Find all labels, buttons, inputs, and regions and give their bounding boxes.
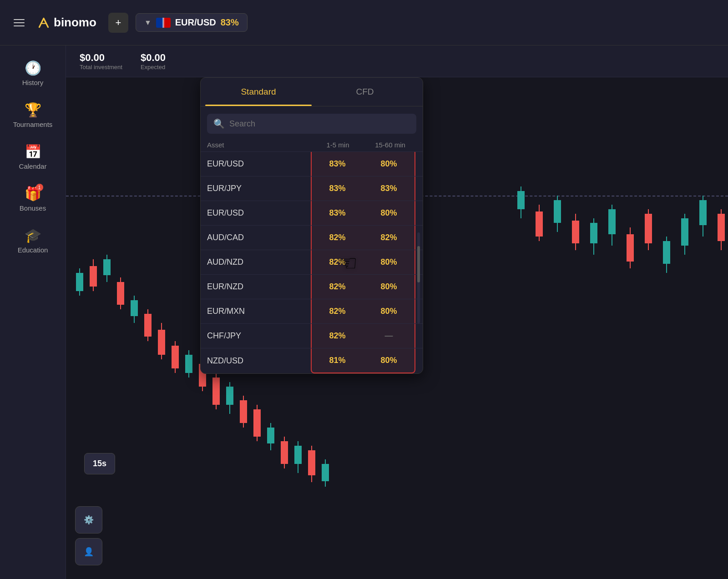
sidebar-item-bonuses-label: Bonuses — [20, 204, 46, 212]
asset-val2: 80% — [363, 159, 415, 169]
expected-stat: $0.00 Expected — [141, 52, 166, 70]
chart-area: 15s ⚙️ 👤 Standard CFD 🔍 Asset 1 — [66, 77, 728, 579]
asset-name: EUR/NZD — [207, 282, 310, 292]
table-row[interactable]: AUD/NZD 82% 80% — [201, 250, 423, 274]
svg-rect-6 — [90, 266, 97, 287]
svg-rect-34 — [281, 441, 288, 464]
table-row[interactable]: EUR/USD 83% 80% — [201, 151, 423, 176]
header-asset: Asset — [207, 141, 312, 149]
svg-rect-1 — [163, 18, 171, 28]
svg-rect-24 — [212, 378, 220, 405]
svg-rect-48 — [572, 221, 579, 243]
add-button[interactable]: + — [108, 13, 128, 33]
sidebar-item-history[interactable]: 🕐 History — [5, 55, 60, 92]
svg-rect-56 — [645, 214, 652, 243]
table-row[interactable]: EUR/JPY 83% 83% — [201, 176, 423, 201]
scrollbar-thumb[interactable] — [417, 246, 420, 282]
svg-rect-64 — [718, 214, 725, 241]
search-input[interactable] — [229, 119, 410, 129]
asset-name: CHF/JPY — [207, 331, 310, 341]
asset-val2: 80% — [363, 282, 415, 292]
stats-bar: $0.00 Total investment $0.00 Expected — [66, 45, 728, 77]
svg-rect-50 — [590, 223, 597, 243]
asset-name: AUD/NZD — [207, 257, 310, 267]
asset-val1: 82% — [312, 257, 363, 267]
top-nav: binomo + ▼ EUR/USD 83% — [0, 0, 728, 45]
asset-val2: 80% — [363, 208, 415, 218]
svg-rect-28 — [240, 400, 247, 423]
sidebar-item-education[interactable]: 🎓 Education — [5, 222, 60, 259]
sidebar-item-tournaments-label: Tournaments — [13, 121, 53, 128]
asset-val1: 81% — [312, 356, 363, 365]
graduation-icon: 🎓 — [25, 227, 41, 243]
adjust-button[interactable]: ⚙️ — [75, 506, 102, 534]
asset-name: NZD/USD — [207, 356, 310, 366]
asset-table-header: Asset 1-5 min 15-60 min — [201, 138, 423, 151]
svg-rect-26 — [226, 387, 233, 405]
svg-rect-30 — [253, 409, 261, 437]
trophy-icon: 🏆 — [25, 102, 41, 118]
asset-val1: 82% — [312, 331, 363, 341]
history-icon: 🕐 — [25, 60, 41, 76]
svg-rect-58 — [663, 241, 670, 264]
svg-rect-12 — [131, 300, 138, 316]
svg-rect-2 — [162, 18, 164, 28]
svg-rect-4 — [76, 273, 83, 291]
bottom-controls: 15s ⚙️ 👤 — [75, 506, 102, 565]
sidebar-item-calendar[interactable]: 📅 Calendar — [5, 138, 60, 176]
table-row[interactable]: AUD/CAD 82% 82% — [201, 225, 423, 250]
total-investment-label: Total investment — [80, 64, 122, 70]
person-button[interactable]: 👤 — [75, 538, 102, 565]
sidebar-item-calendar-label: Calendar — [19, 162, 47, 170]
time-control[interactable]: 15s — [84, 453, 115, 474]
sidebar-item-tournaments[interactable]: 🏆 Tournaments — [5, 96, 60, 134]
calendar-icon: 📅 — [25, 144, 41, 160]
asset-val1: 82% — [312, 282, 363, 292]
hamburger-button[interactable] — [9, 13, 29, 33]
header-1-5: 1-5 min — [312, 141, 364, 149]
svg-rect-40 — [322, 464, 329, 481]
svg-rect-36 — [294, 446, 302, 464]
tab-cfd[interactable]: CFD — [312, 78, 418, 106]
dropdown-tabs: Standard CFD — [201, 78, 423, 106]
svg-rect-62 — [699, 200, 707, 225]
asset-val2: 80% — [363, 356, 415, 365]
svg-rect-42 — [517, 191, 525, 209]
asset-val2: 80% — [363, 307, 415, 316]
asset-val1: 83% — [312, 208, 363, 218]
svg-rect-60 — [681, 218, 688, 246]
svg-rect-8 — [103, 259, 111, 275]
asset-table: EUR/USD 83% 80% EUR/JPY 83% 83% EU — [201, 151, 423, 373]
svg-rect-38 — [308, 450, 315, 475]
logo: binomo — [36, 15, 96, 30]
svg-rect-52 — [608, 209, 616, 234]
table-row[interactable]: CHF/JPY 82% — — [201, 323, 423, 348]
asset-selector[interactable]: ▼ EUR/USD 83% — [136, 13, 248, 32]
scrollbar-track[interactable] — [417, 232, 420, 323]
table-row[interactable]: EUR/USD 83% 80% — [201, 201, 423, 225]
svg-rect-20 — [185, 355, 192, 373]
asset-name: EUR/USD — [207, 159, 310, 169]
expected-value: $0.00 — [141, 52, 166, 64]
asset-val1: 82% — [312, 233, 363, 242]
table-row[interactable]: EUR/MXN 82% 80% — [201, 299, 423, 323]
svg-rect-16 — [158, 330, 165, 355]
svg-rect-46 — [554, 200, 561, 223]
main-area: $0.00 Total investment $0.00 Expected — [66, 45, 728, 579]
tab-standard[interactable]: Standard — [205, 78, 312, 106]
gift-icon: 🎁 1 — [25, 186, 41, 201]
svg-rect-18 — [172, 346, 179, 368]
sidebar-item-history-label: History — [22, 79, 44, 86]
asset-val2: 80% — [363, 257, 415, 267]
header-15-60: 15-60 min — [364, 141, 416, 149]
sidebar-item-bonuses[interactable]: 🎁 1 Bonuses — [5, 180, 60, 217]
sidebar: 🕐 History 🏆 Tournaments 📅 Calendar 🎁 1 B… — [0, 45, 66, 579]
search-box: 🔍 — [207, 114, 416, 134]
asset-dropdown: Standard CFD 🔍 Asset 1-5 min 15-60 min E… — [200, 77, 423, 374]
expected-label: Expected — [141, 64, 166, 70]
asset-name: EUR/MXN — [207, 307, 310, 316]
svg-rect-14 — [144, 314, 152, 337]
asset-name: EUR/USD — [207, 208, 310, 218]
table-row[interactable]: EUR/NZD 82% 80% — [201, 274, 423, 299]
table-row[interactable]: NZD/USD 81% 80% — [201, 348, 423, 373]
